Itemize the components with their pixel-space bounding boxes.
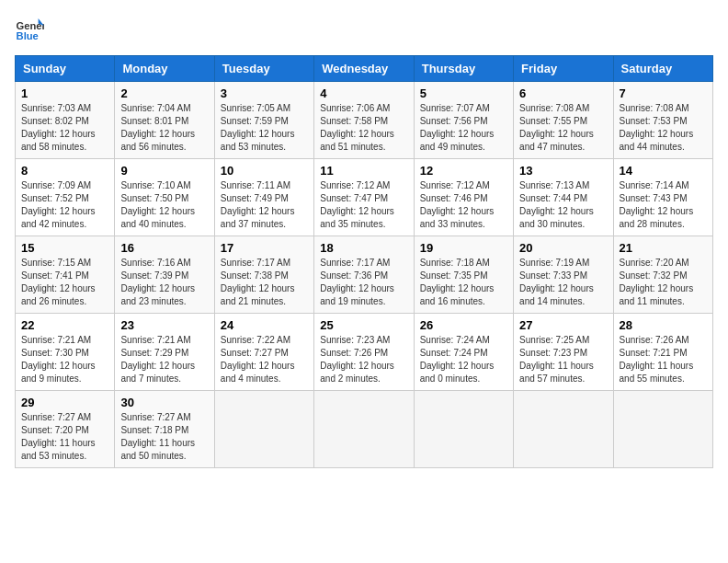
calendar-body: 1 Sunrise: 7:03 AM Sunset: 8:02 PM Dayli… bbox=[16, 82, 713, 468]
day-detail: Sunrise: 7:21 AM Sunset: 7:30 PM Dayligh… bbox=[21, 334, 108, 385]
day-detail: Sunrise: 7:26 AM Sunset: 7:21 PM Dayligh… bbox=[620, 334, 707, 385]
day-number: 8 bbox=[21, 164, 108, 178]
day-number: 11 bbox=[320, 164, 407, 178]
day-detail: Sunrise: 7:04 AM Sunset: 8:01 PM Dayligh… bbox=[120, 102, 208, 154]
calendar-cell: 16 Sunrise: 7:16 AM Sunset: 7:39 PM Dayl… bbox=[115, 236, 214, 314]
day-detail: Sunrise: 7:20 AM Sunset: 7:32 PM Dayligh… bbox=[620, 257, 707, 308]
day-number: 25 bbox=[320, 318, 407, 332]
calendar-cell: 30 Sunrise: 7:27 AM Sunset: 7:18 PM Dayl… bbox=[115, 391, 214, 468]
day-detail: Sunrise: 7:03 AM Sunset: 8:02 PM Dayligh… bbox=[21, 102, 108, 154]
weekday-header: Monday bbox=[115, 56, 214, 82]
calendar-cell: 25 Sunrise: 7:23 AM Sunset: 7:26 PM Dayl… bbox=[314, 314, 414, 391]
day-detail: Sunrise: 7:07 AM Sunset: 7:56 PM Dayligh… bbox=[420, 102, 507, 154]
day-detail: Sunrise: 7:12 AM Sunset: 7:47 PM Dayligh… bbox=[320, 179, 407, 231]
calendar-cell: 18 Sunrise: 7:17 AM Sunset: 7:36 PM Dayl… bbox=[314, 236, 414, 314]
calendar-cell: 9 Sunrise: 7:10 AM Sunset: 7:50 PM Dayli… bbox=[115, 159, 214, 236]
day-number: 23 bbox=[120, 318, 208, 332]
day-number: 20 bbox=[519, 241, 607, 255]
day-detail: Sunrise: 7:21 AM Sunset: 7:29 PM Dayligh… bbox=[120, 334, 208, 385]
day-number: 26 bbox=[420, 318, 507, 332]
day-detail: Sunrise: 7:16 AM Sunset: 7:39 PM Dayligh… bbox=[120, 257, 208, 308]
day-detail: Sunrise: 7:14 AM Sunset: 7:43 PM Dayligh… bbox=[620, 179, 707, 231]
day-number: 13 bbox=[519, 164, 607, 178]
calendar-cell: 2 Sunrise: 7:04 AM Sunset: 8:01 PM Dayli… bbox=[115, 82, 214, 159]
calendar-table: SundayMondayTuesdayWednesdayThursdayFrid… bbox=[15, 55, 713, 468]
day-detail: Sunrise: 7:27 AM Sunset: 7:18 PM Dayligh… bbox=[120, 411, 208, 463]
calendar-cell bbox=[214, 391, 313, 468]
day-detail: Sunrise: 7:22 AM Sunset: 7:27 PM Dayligh… bbox=[221, 334, 308, 385]
calendar-cell: 19 Sunrise: 7:18 AM Sunset: 7:35 PM Dayl… bbox=[414, 236, 513, 314]
calendar-cell bbox=[514, 391, 613, 468]
day-detail: Sunrise: 7:09 AM Sunset: 7:52 PM Dayligh… bbox=[21, 179, 108, 231]
day-number: 24 bbox=[221, 318, 308, 332]
calendar-cell: 27 Sunrise: 7:25 AM Sunset: 7:23 PM Dayl… bbox=[514, 314, 613, 391]
calendar-cell bbox=[414, 391, 513, 468]
calendar-week-row: 1 Sunrise: 7:03 AM Sunset: 8:02 PM Dayli… bbox=[16, 82, 713, 159]
day-number: 16 bbox=[120, 241, 208, 255]
day-detail: Sunrise: 7:15 AM Sunset: 7:41 PM Dayligh… bbox=[21, 257, 108, 308]
calendar-week-row: 22 Sunrise: 7:21 AM Sunset: 7:30 PM Dayl… bbox=[16, 314, 713, 391]
day-number: 3 bbox=[221, 86, 308, 100]
day-detail: Sunrise: 7:05 AM Sunset: 7:59 PM Dayligh… bbox=[221, 102, 308, 154]
day-number: 30 bbox=[120, 396, 208, 409]
calendar-cell: 24 Sunrise: 7:22 AM Sunset: 7:27 PM Dayl… bbox=[214, 314, 313, 391]
calendar-cell: 10 Sunrise: 7:11 AM Sunset: 7:49 PM Dayl… bbox=[214, 159, 313, 236]
calendar-cell: 29 Sunrise: 7:27 AM Sunset: 7:20 PM Dayl… bbox=[16, 391, 115, 468]
calendar-cell: 11 Sunrise: 7:12 AM Sunset: 7:47 PM Dayl… bbox=[314, 159, 414, 236]
day-detail: Sunrise: 7:19 AM Sunset: 7:33 PM Dayligh… bbox=[519, 257, 607, 308]
calendar-cell: 7 Sunrise: 7:08 AM Sunset: 7:53 PM Dayli… bbox=[613, 82, 712, 159]
day-detail: Sunrise: 7:23 AM Sunset: 7:26 PM Dayligh… bbox=[320, 334, 407, 385]
day-number: 21 bbox=[620, 241, 707, 255]
calendar-cell: 17 Sunrise: 7:17 AM Sunset: 7:38 PM Dayl… bbox=[214, 236, 313, 314]
day-number: 9 bbox=[120, 164, 208, 178]
calendar-cell: 6 Sunrise: 7:08 AM Sunset: 7:55 PM Dayli… bbox=[514, 82, 613, 159]
weekday-header: Saturday bbox=[613, 56, 712, 82]
day-number: 6 bbox=[519, 86, 607, 100]
calendar-header-row: SundayMondayTuesdayWednesdayThursdayFrid… bbox=[16, 56, 713, 82]
calendar-cell: 13 Sunrise: 7:13 AM Sunset: 7:44 PM Dayl… bbox=[514, 159, 613, 236]
calendar-cell: 26 Sunrise: 7:24 AM Sunset: 7:24 PM Dayl… bbox=[414, 314, 513, 391]
calendar-cell: 5 Sunrise: 7:07 AM Sunset: 7:56 PM Dayli… bbox=[414, 82, 513, 159]
day-detail: Sunrise: 7:12 AM Sunset: 7:46 PM Dayligh… bbox=[420, 179, 507, 231]
calendar-cell: 28 Sunrise: 7:26 AM Sunset: 7:21 PM Dayl… bbox=[613, 314, 712, 391]
calendar-cell: 20 Sunrise: 7:19 AM Sunset: 7:33 PM Dayl… bbox=[514, 236, 613, 314]
day-detail: Sunrise: 7:08 AM Sunset: 7:53 PM Dayligh… bbox=[620, 102, 707, 154]
day-number: 27 bbox=[519, 318, 607, 332]
day-detail: Sunrise: 7:27 AM Sunset: 7:20 PM Dayligh… bbox=[21, 411, 108, 463]
day-detail: Sunrise: 7:24 AM Sunset: 7:24 PM Dayligh… bbox=[420, 334, 507, 385]
day-detail: Sunrise: 7:10 AM Sunset: 7:50 PM Dayligh… bbox=[120, 179, 208, 231]
day-detail: Sunrise: 7:17 AM Sunset: 7:36 PM Dayligh… bbox=[320, 257, 407, 308]
day-number: 28 bbox=[620, 318, 707, 332]
day-number: 5 bbox=[420, 86, 507, 100]
logo-icon: General Blue bbox=[15, 15, 44, 44]
weekday-header: Tuesday bbox=[214, 56, 313, 82]
calendar-cell: 3 Sunrise: 7:05 AM Sunset: 7:59 PM Dayli… bbox=[214, 82, 313, 159]
calendar-cell bbox=[613, 391, 712, 468]
weekday-header: Friday bbox=[514, 56, 613, 82]
calendar-cell: 22 Sunrise: 7:21 AM Sunset: 7:30 PM Dayl… bbox=[16, 314, 115, 391]
day-number: 19 bbox=[420, 241, 507, 255]
weekday-header: Sunday bbox=[16, 56, 115, 82]
calendar-cell: 23 Sunrise: 7:21 AM Sunset: 7:29 PM Dayl… bbox=[115, 314, 214, 391]
day-number: 15 bbox=[21, 241, 108, 255]
calendar-week-row: 8 Sunrise: 7:09 AM Sunset: 7:52 PM Dayli… bbox=[16, 159, 713, 236]
day-detail: Sunrise: 7:18 AM Sunset: 7:35 PM Dayligh… bbox=[420, 257, 507, 308]
weekday-header: Wednesday bbox=[314, 56, 414, 82]
day-number: 22 bbox=[21, 318, 108, 332]
day-detail: Sunrise: 7:17 AM Sunset: 7:38 PM Dayligh… bbox=[221, 257, 308, 308]
day-detail: Sunrise: 7:06 AM Sunset: 7:58 PM Dayligh… bbox=[320, 102, 407, 154]
day-number: 17 bbox=[221, 241, 308, 255]
calendar-cell: 8 Sunrise: 7:09 AM Sunset: 7:52 PM Dayli… bbox=[16, 159, 115, 236]
day-number: 29 bbox=[21, 396, 108, 409]
day-number: 7 bbox=[620, 86, 707, 100]
calendar-cell: 12 Sunrise: 7:12 AM Sunset: 7:46 PM Dayl… bbox=[414, 159, 513, 236]
calendar-cell: 4 Sunrise: 7:06 AM Sunset: 7:58 PM Dayli… bbox=[314, 82, 414, 159]
day-detail: Sunrise: 7:08 AM Sunset: 7:55 PM Dayligh… bbox=[519, 102, 607, 154]
calendar-cell: 21 Sunrise: 7:20 AM Sunset: 7:32 PM Dayl… bbox=[613, 236, 712, 314]
day-number: 18 bbox=[320, 241, 407, 255]
day-number: 10 bbox=[221, 164, 308, 178]
calendar-week-row: 15 Sunrise: 7:15 AM Sunset: 7:41 PM Dayl… bbox=[16, 236, 713, 314]
day-number: 12 bbox=[420, 164, 507, 178]
page-header: General Blue bbox=[15, 15, 713, 44]
svg-text:Blue: Blue bbox=[17, 30, 39, 41]
